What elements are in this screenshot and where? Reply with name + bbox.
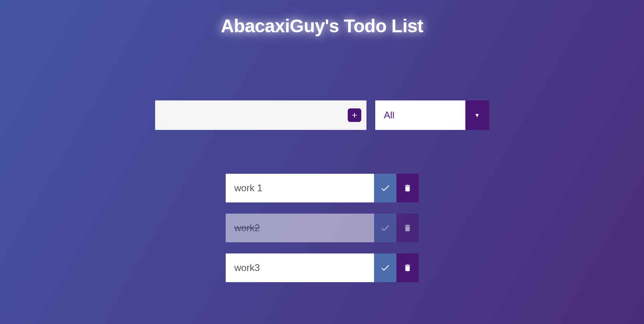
todo-text: work 1 [226,174,374,202]
complete-button[interactable] [374,214,396,242]
input-group [155,100,366,130]
delete-button[interactable] [396,214,419,242]
chevron-down-icon: ▼ [475,112,480,118]
trash-icon [403,224,412,232]
todo-text: work3 [226,253,374,282]
complete-button[interactable] [374,174,396,202]
page-title: AbacaxiGuy's Todo List [221,15,423,37]
todo-item: work3 [226,253,419,282]
todo-input[interactable] [155,100,343,130]
controls-row: All ▼ [155,100,489,130]
complete-button[interactable] [374,253,396,282]
filter-dropdown-button[interactable]: ▼ [465,100,489,130]
delete-button[interactable] [396,253,419,282]
filter-group[interactable]: All ▼ [375,100,489,130]
todo-item: work 1 [226,174,419,202]
plus-icon [348,108,361,122]
filter-select[interactable]: All [375,100,465,130]
delete-button[interactable] [396,174,419,202]
check-icon [380,183,390,193]
check-icon [380,223,390,233]
trash-icon [403,263,412,272]
todo-text: work2 [226,214,374,242]
todo-item: work2 [226,214,419,242]
add-button[interactable] [343,100,366,130]
check-icon [380,263,390,273]
trash-icon [403,184,412,192]
todo-list: work 1 work2 work3 [226,174,419,282]
